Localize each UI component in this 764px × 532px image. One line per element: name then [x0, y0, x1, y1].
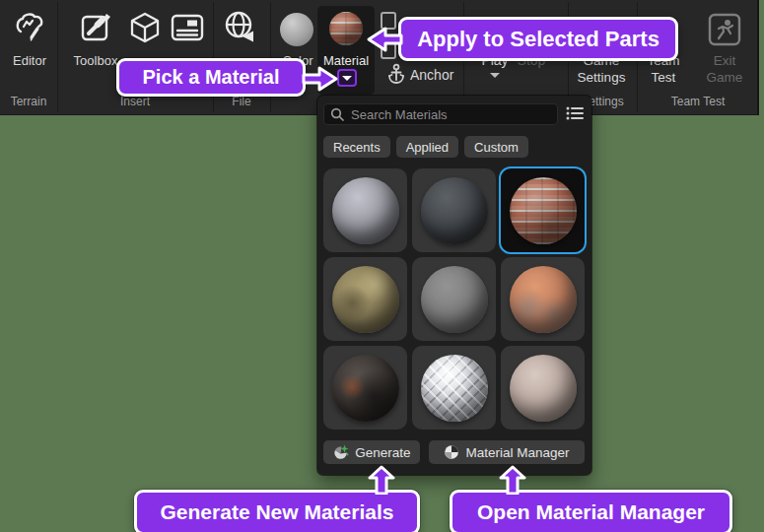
material-tile-corroded-metal[interactable]	[501, 257, 585, 341]
fabric-material-sphere	[332, 177, 399, 244]
callout-generate-new: Generate New Materials	[134, 490, 420, 532]
material-tile-basalt[interactable]	[323, 346, 407, 430]
globe-import-icon[interactable]	[223, 10, 260, 45]
ui-card-icon[interactable]	[171, 14, 204, 41]
generate-sparkle-icon	[332, 444, 349, 461]
filter-chip-custom[interactable]: Custom	[464, 136, 528, 158]
anchor-icon[interactable]	[386, 63, 406, 85]
material-tile-concrete[interactable]	[412, 257, 496, 341]
search-icon	[330, 107, 344, 121]
anchor-button[interactable]: Anchor	[410, 67, 461, 83]
callout-arrow-up-icon	[497, 465, 528, 495]
callout-open-manager: Open Material Manager	[450, 490, 732, 532]
corroded-metal-material-sphere	[510, 266, 577, 333]
slate-material-sphere	[421, 177, 488, 244]
material-tile-sand[interactable]	[501, 346, 585, 430]
exit-game-icon[interactable]	[706, 11, 743, 48]
brick-material-sphere	[510, 177, 577, 244]
material-grid	[323, 168, 585, 430]
search-materials-input[interactable]	[349, 106, 551, 123]
play-dropdown-caret[interactable]	[490, 73, 500, 78]
generate-button[interactable]: Generate	[323, 440, 420, 464]
group-label-terrain: Terrain	[0, 95, 57, 110]
editor-button[interactable]: Editor	[2, 53, 57, 68]
callout-arrow-right-icon	[302, 65, 339, 93]
material-tile-diamond-plate[interactable]	[412, 346, 496, 430]
diamond-plate-material-sphere	[421, 355, 488, 422]
group-label-file: File	[213, 95, 270, 110]
callout-arrow-up-icon	[366, 465, 397, 495]
group-label-insert: Insert	[57, 95, 213, 110]
sand-material-sphere	[510, 355, 577, 422]
material-tile-cobblestone[interactable]	[323, 257, 407, 341]
terrain-editor-icon[interactable]	[14, 10, 47, 45]
material-brick-sphere-icon[interactable]	[329, 12, 363, 45]
search-materials-box[interactable]	[323, 103, 558, 125]
material-manager-button[interactable]: Material Manager	[429, 440, 585, 464]
cobblestone-material-sphere	[332, 266, 399, 333]
basalt-material-sphere	[332, 355, 399, 422]
callout-arrow-left-icon	[366, 26, 403, 53]
color-sphere-icon[interactable]	[280, 13, 313, 46]
chevron-down-icon	[342, 76, 352, 81]
material-manager-label: Material Manager	[465, 445, 569, 460]
filter-chips: Recents Applied Custom	[323, 136, 528, 158]
toolbox-icon[interactable]	[79, 10, 112, 43]
part-cube-icon[interactable]	[127, 11, 163, 44]
callout-pick-material: Pick a Material	[116, 58, 306, 97]
concrete-material-sphere	[421, 266, 488, 333]
filter-chip-recents[interactable]: Recents	[323, 136, 390, 158]
material-picker-panel: Recents Applied Custom Generate	[317, 96, 591, 475]
callout-apply-selected: Apply to Selected Parts	[398, 17, 678, 61]
material-dropdown-caret[interactable]	[337, 69, 357, 87]
filter-chip-applied[interactable]: Applied	[396, 136, 458, 158]
material-tile-fabric[interactable]	[323, 168, 407, 252]
exit-game-button[interactable]: Exit Game	[702, 52, 747, 86]
screenshot-root: Terrain Insert File Settings Team Test E…	[0, 0, 764, 532]
list-view-icon[interactable]	[566, 105, 584, 121]
material-sphere-icon	[444, 444, 459, 460]
material-tile-slate[interactable]	[412, 168, 496, 252]
generate-button-label: Generate	[355, 445, 410, 460]
material-tile-brick[interactable]	[501, 168, 585, 252]
group-label-team-test: Team Test	[637, 95, 759, 110]
